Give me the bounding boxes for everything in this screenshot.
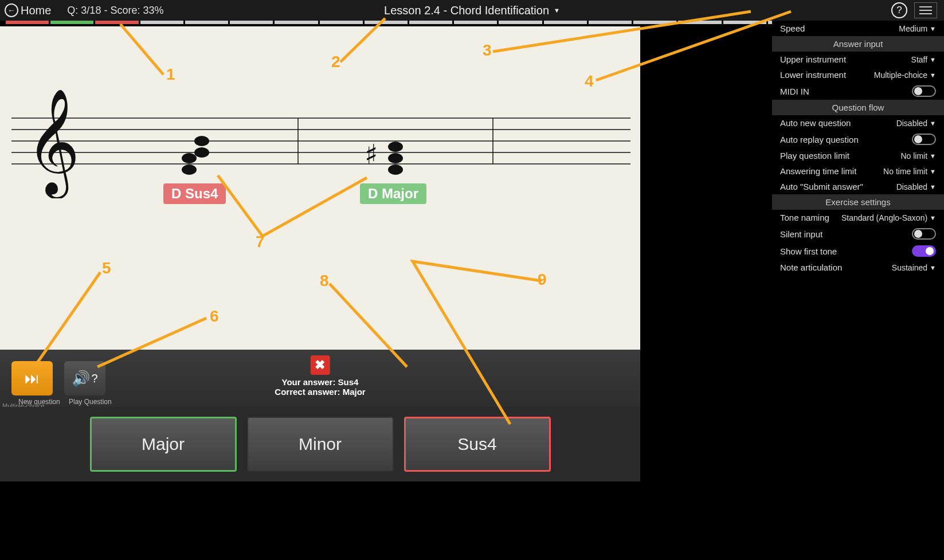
play-question-caption: Play Question bbox=[69, 398, 112, 406]
lesson-title-text: Lesson 2.4 - Chord Identification bbox=[384, 4, 549, 17]
result-feedback: ✖ Your answer: Sus4 Correct answer: Majo… bbox=[275, 355, 365, 397]
progress-segment bbox=[499, 21, 542, 24]
setting-answer-time-limit[interactable]: Answering time limit No time limit▼ bbox=[772, 163, 944, 179]
section-answer-input: Answer input bbox=[772, 36, 944, 52]
treble-clef-icon: 𝄞 bbox=[26, 90, 80, 198]
setting-midi-in[interactable]: MIDI IN bbox=[772, 83, 944, 100]
progress-segment bbox=[723, 21, 766, 24]
next-track-icon: ⏭ bbox=[25, 370, 40, 387]
progress-segment bbox=[50, 21, 93, 24]
home-button[interactable]: ← Home bbox=[5, 3, 51, 17]
lesson-title-dropdown[interactable]: Lesson 2.4 - Chord Identification ▼ bbox=[384, 4, 560, 17]
wrong-answer-icon: ✖ bbox=[310, 355, 330, 375]
hamburger-icon bbox=[919, 6, 932, 7]
hamburger-menu-button[interactable] bbox=[914, 2, 937, 18]
correct-answer-chord-label: D Major bbox=[360, 183, 426, 204]
staff-area: 𝄞 ♯ D Sus4 D Major bbox=[0, 26, 640, 350]
progress-segment bbox=[320, 21, 363, 24]
chevron-down-icon: ▼ bbox=[930, 56, 936, 63]
progress-segment bbox=[185, 21, 228, 24]
setting-play-limit[interactable]: Play question limit No limit▼ bbox=[772, 148, 944, 163]
progress-segment bbox=[6, 21, 49, 24]
progress-segment bbox=[365, 21, 408, 24]
svg-point-10 bbox=[194, 136, 209, 146]
svg-point-8 bbox=[182, 153, 197, 163]
settings-panel: Speed Medium▼ Answer input Upper instrum… bbox=[772, 21, 944, 560]
progress-bar bbox=[6, 21, 811, 25]
progress-segment bbox=[454, 21, 497, 24]
progress-segment bbox=[275, 21, 318, 24]
svg-text:♯: ♯ bbox=[365, 139, 378, 170]
setting-auto-replay[interactable]: Auto replay question bbox=[772, 131, 944, 148]
chevron-down-icon: ▼ bbox=[930, 183, 936, 190]
chevron-down-icon: ▼ bbox=[930, 72, 936, 79]
setting-tone-naming[interactable]: Tone naming Standard (Anglo-Saxon)▼ bbox=[772, 210, 944, 225]
home-label: Home bbox=[21, 4, 51, 17]
setting-auto-submit[interactable]: Auto "Submit answer" Disabled▼ bbox=[772, 179, 944, 194]
progress-segment bbox=[544, 21, 587, 24]
setting-note-articulation[interactable]: Note articulation Sustained▼ bbox=[772, 260, 944, 275]
setting-silent-input[interactable]: Silent input bbox=[772, 225, 944, 242]
chevron-down-icon: ▼ bbox=[930, 264, 936, 271]
top-bar: ← Home Q: 3/18 - Score: 33% Lesson 2.4 -… bbox=[0, 0, 944, 21]
setting-auto-new-question[interactable]: Auto new question Disabled▼ bbox=[772, 115, 944, 131]
chevron-down-icon: ▼ bbox=[554, 7, 560, 14]
chord-notes-your-answer bbox=[182, 136, 209, 175]
chevron-down-icon: ▼ bbox=[930, 168, 936, 175]
setting-lower-instrument[interactable]: Lower instrument Multiple-choice▼ bbox=[772, 67, 944, 83]
toggle-show-first-tone[interactable] bbox=[912, 245, 936, 257]
answer-button-major[interactable]: Major bbox=[90, 417, 237, 472]
progress-segment bbox=[633, 21, 676, 24]
chevron-down-icon: ▼ bbox=[930, 120, 936, 127]
svg-point-14 bbox=[388, 153, 403, 163]
play-question-button[interactable]: 🔊 ? bbox=[64, 361, 105, 395]
section-exercise-settings: Exercise settings bbox=[772, 194, 944, 210]
svg-point-15 bbox=[388, 142, 403, 152]
question-mark-icon: ? bbox=[91, 372, 97, 385]
chevron-down-icon: ▼ bbox=[930, 214, 936, 221]
question-mark-icon: ? bbox=[896, 5, 902, 16]
setting-speed[interactable]: Speed Medium▼ bbox=[772, 21, 944, 36]
speaker-icon: 🔊 bbox=[72, 370, 90, 387]
progress-segment bbox=[409, 21, 452, 24]
progress-segment bbox=[95, 21, 138, 24]
music-staff: 𝄞 ♯ bbox=[11, 84, 630, 198]
chevron-down-icon: ▼ bbox=[930, 25, 936, 32]
correct-answer-text: Correct answer: Major bbox=[275, 387, 365, 397]
progress-segment bbox=[678, 21, 721, 24]
toggle-auto-replay[interactable] bbox=[912, 134, 936, 145]
back-arrow-icon: ← bbox=[5, 3, 18, 17]
svg-point-9 bbox=[194, 147, 209, 158]
toggle-silent-input[interactable] bbox=[912, 228, 936, 240]
setting-show-first-tone[interactable]: Show first tone bbox=[772, 242, 944, 260]
help-button[interactable]: ? bbox=[891, 2, 907, 18]
answer-button-sus4[interactable]: Sus4 bbox=[404, 417, 551, 472]
progress-segment bbox=[140, 21, 183, 24]
answer-button-row: MajorMinorSus4 bbox=[0, 407, 640, 481]
setting-upper-instrument[interactable]: Upper instrument Staff▼ bbox=[772, 52, 944, 67]
chevron-down-icon: ▼ bbox=[930, 152, 936, 159]
score-text: Q: 3/18 - Score: 33% bbox=[67, 5, 163, 17]
section-question-flow: Question flow bbox=[772, 100, 944, 115]
progress-segment bbox=[230, 21, 273, 24]
your-answer-text: Your answer: Sus4 bbox=[275, 377, 365, 387]
answer-button-minor[interactable]: Minor bbox=[247, 417, 394, 472]
progress-segment bbox=[589, 21, 632, 24]
your-answer-chord-label: D Sus4 bbox=[163, 183, 226, 204]
chord-notes-correct-answer: ♯ bbox=[365, 139, 403, 175]
toggle-midi-in[interactable] bbox=[912, 85, 936, 97]
new-question-button[interactable]: ⏭ bbox=[11, 361, 53, 395]
